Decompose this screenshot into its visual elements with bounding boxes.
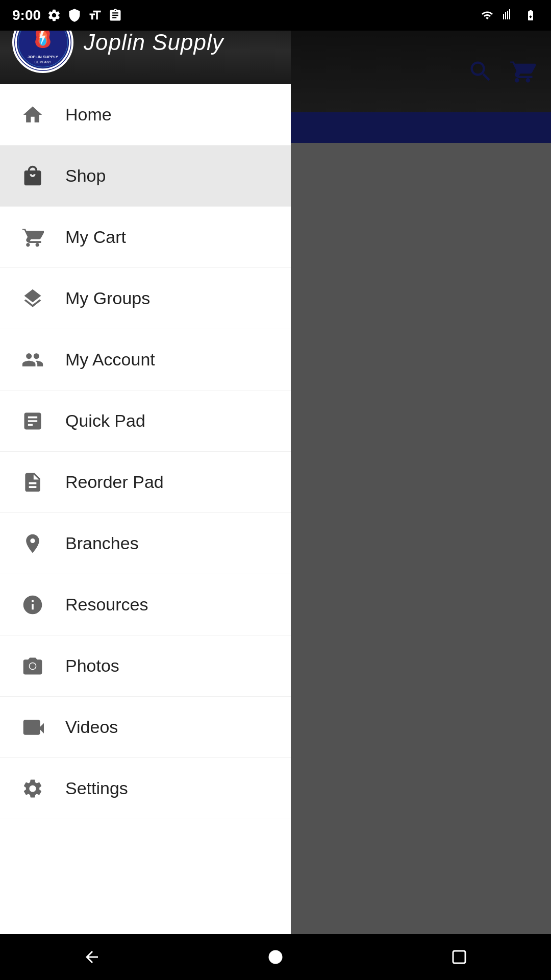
status-bar: 9:00 [0, 0, 551, 31]
nav-item-reorder-pad[interactable]: Reorder Pad [0, 452, 291, 513]
nav-item-my-account[interactable]: My Account [0, 329, 291, 390]
nav-label-branches: Branches [65, 533, 139, 553]
nav-item-shop[interactable]: Shop [0, 145, 291, 207]
nav-item-branches[interactable]: Branches [0, 513, 291, 574]
nav-label-quick-pad: Quick Pad [65, 411, 145, 431]
groups-icon [18, 284, 47, 313]
status-right [480, 9, 539, 21]
video-icon [18, 713, 47, 742]
signal-icon [502, 9, 515, 21]
nav-item-my-groups[interactable]: My Groups [0, 268, 291, 329]
settings-nav-icon [18, 774, 47, 803]
nav-label-resources: Resources [65, 595, 148, 615]
nav-list: Home Shop My Cart My Groups [0, 84, 291, 949]
svg-text:JOPLIN SUPPLY: JOPLIN SUPPLY [28, 54, 58, 59]
svg-point-5 [269, 950, 283, 964]
side-drawer: JOPLIN SUPPLY COMPANY Joplin Supply Home… [0, 0, 291, 949]
nav-item-quick-pad[interactable]: Quick Pad [0, 390, 291, 452]
font-status-icon [88, 8, 102, 22]
nav-label-videos: Videos [65, 717, 118, 737]
nav-label-settings: Settings [65, 778, 128, 798]
svg-rect-6 [453, 951, 465, 963]
cart-icon [18, 223, 47, 252]
nav-label-my-cart: My Cart [65, 227, 126, 247]
svg-text:COMPANY: COMPANY [35, 60, 52, 63]
quickpad-icon [18, 407, 47, 435]
nav-item-settings[interactable]: Settings [0, 758, 291, 819]
wifi-icon [480, 9, 495, 21]
shop-icon [18, 162, 47, 190]
nav-label-reorder-pad: Reorder Pad [65, 472, 164, 492]
recent-apps-button[interactable] [439, 937, 480, 977]
drawer-overlay[interactable] [291, 31, 551, 934]
company-name-label: Joplin Supply [84, 30, 224, 55]
nav-item-my-cart[interactable]: My Cart [0, 207, 291, 268]
nav-item-resources[interactable]: Resources [0, 574, 291, 635]
info-icon [18, 591, 47, 619]
bottom-navigation [0, 934, 551, 980]
account-icon [18, 346, 47, 374]
nav-item-home[interactable]: Home [0, 84, 291, 145]
nav-label-photos: Photos [65, 656, 119, 676]
home-button[interactable] [255, 937, 296, 977]
nav-item-videos[interactable]: Videos [0, 697, 291, 758]
back-button[interactable] [71, 937, 112, 977]
settings-status-icon [47, 8, 61, 22]
nav-label-shop: Shop [65, 166, 106, 186]
status-left: 9:00 [12, 7, 122, 23]
shield-status-icon [67, 8, 82, 22]
nav-label-my-account: My Account [65, 350, 155, 370]
time-display: 9:00 [12, 7, 41, 23]
camera-icon [18, 652, 47, 680]
home-icon [18, 101, 47, 129]
battery-icon [522, 9, 539, 21]
nav-label-my-groups: My Groups [65, 288, 150, 308]
nav-item-photos[interactable]: Photos [0, 635, 291, 697]
nav-label-home: Home [65, 105, 112, 125]
location-icon [18, 529, 47, 558]
reorder-icon [18, 468, 47, 497]
clipboard-status-icon [108, 8, 122, 22]
